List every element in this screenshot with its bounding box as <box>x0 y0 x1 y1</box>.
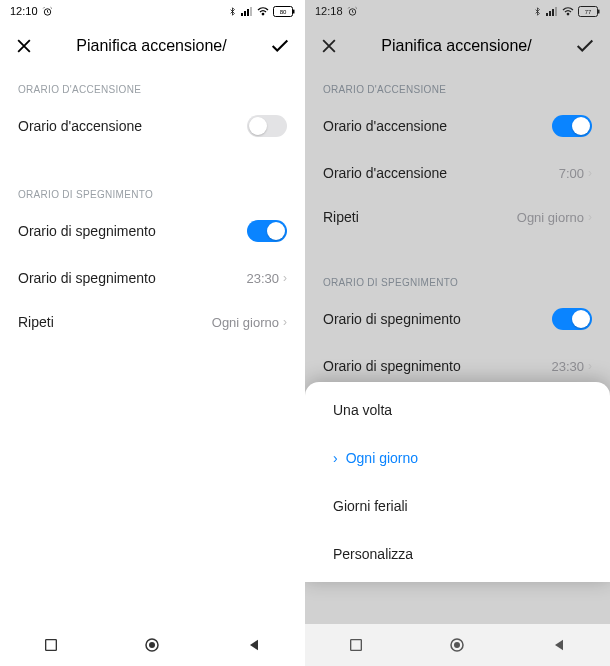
page-title: Pianifica accensione/ <box>351 37 562 55</box>
nav-home-button[interactable] <box>441 629 473 661</box>
svg-rect-21 <box>350 640 361 651</box>
section-power-on-label: ORARIO D'ACCENSIONE <box>0 70 305 101</box>
nav-recent-button[interactable] <box>35 629 67 661</box>
chevron-right-icon: › <box>588 359 592 373</box>
svg-rect-4 <box>250 7 252 16</box>
toggle-power-on[interactable] <box>552 115 592 137</box>
row-label: Orario d'accensione <box>323 165 447 181</box>
content: ORARIO D'ACCENSIONE Orario d'accensione … <box>0 70 305 624</box>
svg-rect-19 <box>598 9 600 13</box>
svg-rect-2 <box>244 11 246 16</box>
sheet-option-every-day[interactable]: Ogni giorno <box>305 434 610 482</box>
svg-point-11 <box>149 642 155 648</box>
page-title: Pianifica accensione/ <box>46 37 257 55</box>
svg-point-23 <box>454 642 460 648</box>
phone-left: 12:10 80 Pianifica accensione/ <box>0 0 305 666</box>
chevron-right-icon: › <box>283 315 287 329</box>
svg-rect-7 <box>293 9 295 13</box>
row-repeat[interactable]: Ripeti Ogni giorno › <box>0 300 305 344</box>
row-value: 23:30 <box>246 271 279 286</box>
nav-home-button[interactable] <box>136 629 168 661</box>
sheet-option-weekdays[interactable]: Giorni feriali <box>305 482 610 530</box>
row-label: Orario di spegnimento <box>18 223 156 239</box>
close-icon[interactable] <box>14 36 34 56</box>
close-icon[interactable] <box>319 36 339 56</box>
svg-text:80: 80 <box>280 9 287 15</box>
row-label: Orario di spegnimento <box>323 311 461 327</box>
svg-rect-14 <box>549 11 551 16</box>
row-power-on-time[interactable]: Orario d'accensione 7:00 › <box>305 151 610 195</box>
svg-point-5 <box>262 13 264 15</box>
alarm-icon <box>347 6 358 17</box>
row-label: Orario d'accensione <box>323 118 447 134</box>
status-time: 12:10 <box>10 5 38 17</box>
svg-rect-13 <box>546 13 548 16</box>
status-bar: 12:18 77 <box>305 0 610 22</box>
nav-recent-button[interactable] <box>340 629 372 661</box>
row-power-on-toggle[interactable]: Orario d'accensione <box>305 101 610 151</box>
header: Pianifica accensione/ <box>0 22 305 70</box>
row-label: Orario d'accensione <box>18 118 142 134</box>
svg-point-17 <box>567 13 569 15</box>
navbar <box>0 624 305 666</box>
row-label: Ripeti <box>323 209 359 225</box>
chevron-right-icon: › <box>588 166 592 180</box>
chevron-right-icon: › <box>588 210 592 224</box>
wifi-icon <box>562 6 574 16</box>
signal-icon <box>546 6 558 16</box>
row-label: Orario di spegnimento <box>323 358 461 374</box>
nav-back-button[interactable] <box>238 629 270 661</box>
section-power-off-label: ORARIO DI SPEGNIMENTO <box>0 175 305 206</box>
nav-back-button[interactable] <box>543 629 575 661</box>
alarm-icon <box>42 6 53 17</box>
row-value: 7:00 <box>559 166 584 181</box>
signal-icon <box>241 6 253 16</box>
wifi-icon <box>257 6 269 16</box>
sheet-option-once[interactable]: Una volta <box>305 386 610 434</box>
row-power-off-time[interactable]: Orario di spegnimento 23:30 › <box>0 256 305 300</box>
row-repeat[interactable]: Ripeti Ogni giorno › <box>305 195 610 239</box>
svg-rect-3 <box>247 9 249 16</box>
row-power-on-toggle[interactable]: Orario d'accensione <box>0 101 305 151</box>
svg-text:77: 77 <box>585 9 592 15</box>
chevron-right-icon: › <box>283 271 287 285</box>
row-power-off-toggle[interactable]: Orario di spegnimento <box>0 206 305 256</box>
section-power-off-label: ORARIO DI SPEGNIMENTO <box>305 263 610 294</box>
status-time: 12:18 <box>315 5 343 17</box>
navbar <box>305 624 610 666</box>
battery-icon: 77 <box>578 6 600 17</box>
repeat-options-sheet: Una volta Ogni giorno Giorni feriali Per… <box>305 382 610 582</box>
row-label: Ripeti <box>18 314 54 330</box>
row-power-off-toggle[interactable]: Orario di spegnimento <box>305 294 610 344</box>
toggle-power-on[interactable] <box>247 115 287 137</box>
confirm-icon[interactable] <box>574 35 596 57</box>
row-label: Orario di spegnimento <box>18 270 156 286</box>
confirm-icon[interactable] <box>269 35 291 57</box>
svg-rect-1 <box>241 13 243 16</box>
svg-rect-16 <box>555 7 557 16</box>
svg-rect-15 <box>552 9 554 16</box>
status-bar: 12:10 80 <box>0 0 305 22</box>
section-power-on-label: ORARIO D'ACCENSIONE <box>305 70 610 101</box>
svg-rect-9 <box>45 640 56 651</box>
toggle-power-off[interactable] <box>247 220 287 242</box>
toggle-power-off[interactable] <box>552 308 592 330</box>
header: Pianifica accensione/ <box>305 22 610 70</box>
phone-right: 12:18 77 <box>305 0 610 666</box>
bluetooth-icon <box>228 6 237 17</box>
battery-icon: 80 <box>273 6 295 17</box>
row-value: 23:30 <box>551 359 584 374</box>
row-value: Ogni giorno <box>212 315 279 330</box>
row-value: Ogni giorno <box>517 210 584 225</box>
bluetooth-icon <box>533 6 542 17</box>
sheet-option-custom[interactable]: Personalizza <box>305 530 610 578</box>
